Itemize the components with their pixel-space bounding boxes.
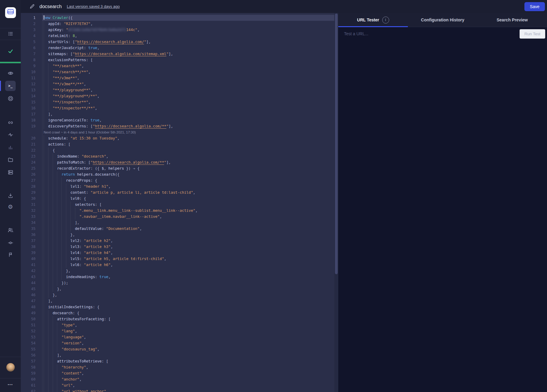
code-line[interactable]: 62 "url_without_anchor" xyxy=(21,388,334,392)
edit-pencil-icon[interactable] xyxy=(29,4,35,9)
code-line[interactable]: 25 recordExtractor: ({ $, helpers }) ⇒ { xyxy=(21,165,334,171)
line-number: 7 xyxy=(21,51,36,57)
code-line[interactable]: 42 }, xyxy=(21,268,334,274)
bar-chart-icon[interactable] xyxy=(8,144,14,150)
folder-icon[interactable] xyxy=(8,157,14,163)
code-line[interactable]: 19 discoveryPatterns: ["https://docsearc… xyxy=(21,123,334,129)
indent-guides xyxy=(44,196,70,202)
code-line[interactable]: 27 recordProps: { xyxy=(21,177,334,183)
code-line[interactable]: 34 ], xyxy=(21,220,334,226)
code-line[interactable]: 52 "lang", xyxy=(21,328,334,334)
indent-guides xyxy=(44,358,57,364)
link-icon[interactable] xyxy=(8,120,14,126)
line-number: 60 xyxy=(21,376,36,382)
code-line[interactable]: 38 lvl3: "article h3", xyxy=(21,244,334,250)
code-line[interactable]: 24 pathsToMatch: ["https://docsearch.alg… xyxy=(21,159,334,165)
activity-icon[interactable] xyxy=(8,132,14,138)
list-icon[interactable] xyxy=(8,31,14,37)
flag-icon[interactable] xyxy=(8,252,14,258)
crawler-logo-button[interactable] xyxy=(5,7,16,18)
code-line[interactable]: 56 ], xyxy=(21,352,334,358)
last-saved-link[interactable]: Last version saved 3 days ago xyxy=(67,4,120,9)
code-line[interactable]: 44 }); xyxy=(21,280,334,286)
more-options-icon[interactable]: ••• xyxy=(0,383,21,386)
code-line[interactable]: 43 indexHeadings: true, xyxy=(21,274,334,280)
lifebuoy-icon[interactable] xyxy=(8,96,14,102)
code-line[interactable]: 28 lvl1: "header h1", xyxy=(21,183,334,190)
code-line[interactable]: 15 "**/inspector**", xyxy=(21,99,334,105)
code-line[interactable]: 1new Crawler({ xyxy=(21,15,334,21)
editor-scrollbar[interactable] xyxy=(334,13,338,392)
code-line[interactable]: 14 "**/playground**/**", xyxy=(21,93,334,99)
terminal-icon[interactable]: >_ xyxy=(5,81,16,91)
code-line[interactable]: 2 appId: "R2IYF7ETH7", xyxy=(21,21,334,27)
run-test-button[interactable]: Run Test xyxy=(520,29,545,39)
code-line[interactable]: 57 attributesToRetrieve: [ xyxy=(21,358,334,364)
code-line[interactable]: 58 "hierarchy", xyxy=(21,364,334,370)
gear-icon[interactable]: ⚙ xyxy=(8,204,14,210)
info-icon[interactable]: i xyxy=(382,17,389,24)
tab-url-tester[interactable]: URL Tester i xyxy=(338,13,408,27)
code-line[interactable]: 22 { xyxy=(21,147,334,153)
code-line[interactable]: 45 }, xyxy=(21,286,334,292)
code-line[interactable]: 12 "**/v3me**/**", xyxy=(21,81,334,87)
code-line[interactable]: 49 docsearch: { xyxy=(21,310,334,316)
code-line[interactable]: 60 "anchor", xyxy=(21,376,334,382)
indent-guides xyxy=(44,33,48,39)
code-line[interactable]: 16 "**/inspector**/**", xyxy=(21,105,334,111)
users-icon[interactable] xyxy=(8,227,14,233)
code-line[interactable]: 50 attributesForFaceting: [ xyxy=(21,316,334,322)
code-line[interactable]: 11 "**/v3me**", xyxy=(21,75,334,81)
code-line[interactable]: 7 sitemaps: ["https://docsearch.algolia.… xyxy=(21,51,334,57)
code-line[interactable]: 20 schedule: "at 15:30 on Tuesday", xyxy=(21,135,334,141)
code-line[interactable]: 47 ], xyxy=(21,298,334,304)
code-line[interactable]: 59 "content", xyxy=(21,370,334,376)
code-line[interactable]: 18 ignoreCanonicalTo: true, xyxy=(21,117,334,123)
code-line[interactable]: 32 ".menu__link.menu__link--sublist.menu… xyxy=(21,208,334,214)
code-line[interactable]: 8 exclusionPatterns: [ xyxy=(21,57,334,63)
code-line[interactable]: 13 "**/playground**", xyxy=(21,87,334,93)
code-line[interactable]: 54 "version", xyxy=(21,340,334,346)
check-icon[interactable] xyxy=(8,48,14,54)
api-key-icon[interactable] xyxy=(8,240,14,246)
code-line[interactable]: 48 initialIndexSettings: { xyxy=(21,304,334,310)
download-icon[interactable] xyxy=(8,193,14,199)
code-line[interactable]: 37 lvl2: "article h2", xyxy=(21,238,334,244)
code-line[interactable]: 33 ".navbar__item.navbar__link--active", xyxy=(21,214,334,220)
code-line[interactable]: 21 actions: [ xyxy=(21,141,334,147)
code-line[interactable]: 4 rateLimit: 8, xyxy=(21,33,334,39)
tab-search-preview[interactable]: Search Preview xyxy=(477,13,547,27)
line-number: 39 xyxy=(21,250,36,256)
code-line[interactable]: 55 "docusaurus_tag", xyxy=(21,346,334,352)
code-lines[interactable]: 1new Crawler({2 appId: "R2IYF7ETH7",3 ap… xyxy=(21,13,334,392)
indent-guides xyxy=(44,274,66,280)
code-line[interactable]: 61 "url", xyxy=(21,382,334,388)
code-line[interactable]: 9 "**/search**", xyxy=(21,63,334,69)
server-icon[interactable] xyxy=(8,169,14,175)
code-line[interactable]: 23 indexName: "docsearch", xyxy=(21,153,334,159)
url-test-input[interactable] xyxy=(343,31,520,36)
code-line[interactable]: 30 lvl0: { xyxy=(21,196,334,202)
code-line[interactable]: 40 lvl5: "article h5, article td:first-c… xyxy=(21,256,334,262)
tab-configuration-history[interactable]: Configuration History xyxy=(408,13,477,27)
code-line[interactable]: 29 content: "article p, article li, arti… xyxy=(21,190,334,196)
code-line[interactable]: 36 }, xyxy=(21,232,334,238)
code-line[interactable]: 17 ], xyxy=(21,111,334,117)
code-line[interactable]: 51 "type", xyxy=(21,322,334,328)
code-line[interactable]: 53 "language", xyxy=(21,334,334,340)
code-line[interactable]: 3 apiKey: "4f2b8c1e9a7d3f6b0c5e8a2d71144… xyxy=(21,27,334,33)
code-line[interactable]: 5 startUrls: ["https://docsearch.algolia… xyxy=(21,39,334,45)
code-line[interactable]: 35 defaultValue: "Documentation", xyxy=(21,226,334,232)
code-line[interactable]: 26 return helpers.docsearch({ xyxy=(21,171,334,177)
user-avatar[interactable] xyxy=(6,363,15,372)
code-line[interactable]: 46 }, xyxy=(21,292,334,298)
scrollbar-thumb[interactable] xyxy=(335,14,338,274)
code-line[interactable]: 39 lvl4: "article h4", xyxy=(21,250,334,256)
code-line[interactable]: 6 renderJavaScript: true, xyxy=(21,45,334,51)
eye-icon[interactable] xyxy=(8,70,14,76)
code-line[interactable]: 10 "**/search**/**", xyxy=(21,69,334,75)
code-line[interactable]: 31 selectors: [ xyxy=(21,202,334,208)
code-editor[interactable]: 1new Crawler({2 appId: "R2IYF7ETH7",3 ap… xyxy=(21,13,334,392)
save-button[interactable]: Save xyxy=(524,2,545,11)
code-line[interactable]: 41 lvl6: "article h6", xyxy=(21,262,334,268)
